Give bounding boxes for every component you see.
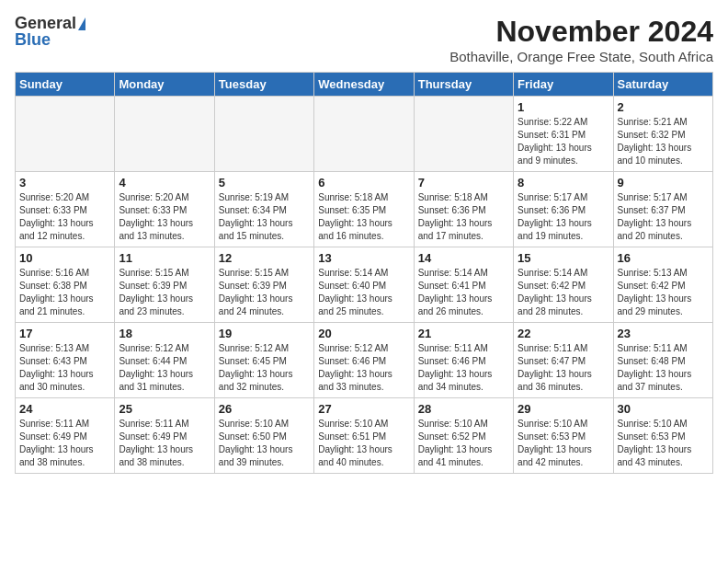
- cell-info: Sunrise: 5:10 AM Sunset: 6:53 PM Dayligh…: [618, 418, 709, 469]
- title-block: November 2024 Bothaville, Orange Free St…: [449, 15, 713, 64]
- day-number: 1: [518, 100, 609, 114]
- logo-blue-text: Blue: [15, 31, 51, 48]
- calendar-cell: 6Sunrise: 5:18 AM Sunset: 6:35 PM Daylig…: [314, 172, 414, 247]
- calendar-week-row: 10Sunrise: 5:16 AM Sunset: 6:38 PM Dayli…: [16, 247, 713, 323]
- cell-info: Sunrise: 5:19 AM Sunset: 6:34 PM Dayligh…: [219, 191, 310, 243]
- day-number: 9: [618, 176, 709, 190]
- day-number: 29: [518, 402, 609, 416]
- calendar-cell: 11Sunrise: 5:15 AM Sunset: 6:39 PM Dayli…: [115, 247, 214, 323]
- cell-info: Sunrise: 5:12 AM Sunset: 6:46 PM Dayligh…: [318, 342, 409, 394]
- calendar-cell: 22Sunrise: 5:11 AM Sunset: 6:47 PM Dayli…: [514, 323, 613, 398]
- day-number: 26: [219, 402, 310, 416]
- col-header-friday: Friday: [514, 73, 613, 97]
- logo-general-text: General: [15, 15, 85, 31]
- calendar-cell: 15Sunrise: 5:14 AM Sunset: 6:42 PM Dayli…: [514, 247, 613, 323]
- calendar-cell: 26Sunrise: 5:10 AM Sunset: 6:50 PM Dayli…: [214, 398, 313, 474]
- calendar-cell: [414, 97, 513, 172]
- day-number: 30: [618, 402, 709, 416]
- calendar-cell: 16Sunrise: 5:13 AM Sunset: 6:42 PM Dayli…: [613, 247, 712, 323]
- calendar-cell: 14Sunrise: 5:14 AM Sunset: 6:41 PM Dayli…: [414, 247, 513, 323]
- cell-info: Sunrise: 5:11 AM Sunset: 6:49 PM Dayligh…: [19, 418, 110, 469]
- day-number: 5: [219, 176, 310, 190]
- calendar-week-row: 17Sunrise: 5:13 AM Sunset: 6:43 PM Dayli…: [16, 323, 713, 398]
- calendar-week-row: 24Sunrise: 5:11 AM Sunset: 6:49 PM Dayli…: [16, 398, 713, 474]
- day-number: 18: [119, 327, 210, 340]
- calendar-cell: 8Sunrise: 5:17 AM Sunset: 6:36 PM Daylig…: [514, 172, 613, 247]
- day-number: 7: [418, 176, 509, 190]
- calendar-cell: 3Sunrise: 5:20 AM Sunset: 6:33 PM Daylig…: [16, 172, 115, 247]
- cell-info: Sunrise: 5:10 AM Sunset: 6:53 PM Dayligh…: [518, 418, 609, 469]
- calendar-cell: 13Sunrise: 5:14 AM Sunset: 6:40 PM Dayli…: [314, 247, 414, 323]
- day-number: 15: [518, 251, 609, 265]
- cell-info: Sunrise: 5:14 AM Sunset: 6:41 PM Dayligh…: [418, 267, 509, 318]
- cell-info: Sunrise: 5:18 AM Sunset: 6:36 PM Dayligh…: [418, 191, 509, 243]
- day-number: 14: [418, 251, 509, 265]
- page-header: General Blue November 2024 Bothaville, O…: [15, 15, 713, 64]
- calendar-cell: 2Sunrise: 5:21 AM Sunset: 6:32 PM Daylig…: [613, 97, 712, 172]
- cell-info: Sunrise: 5:13 AM Sunset: 6:42 PM Dayligh…: [618, 267, 709, 318]
- day-number: 6: [318, 176, 409, 190]
- calendar-cell: 7Sunrise: 5:18 AM Sunset: 6:36 PM Daylig…: [414, 172, 513, 247]
- cell-info: Sunrise: 5:12 AM Sunset: 6:44 PM Dayligh…: [119, 342, 210, 394]
- location-subtitle: Bothaville, Orange Free State, South Afr…: [449, 49, 713, 64]
- day-number: 25: [119, 402, 210, 416]
- cell-info: Sunrise: 5:16 AM Sunset: 6:38 PM Dayligh…: [19, 267, 110, 318]
- day-number: 12: [219, 251, 310, 265]
- cell-info: Sunrise: 5:11 AM Sunset: 6:47 PM Dayligh…: [518, 342, 609, 394]
- col-header-sunday: Sunday: [16, 73, 115, 97]
- cell-info: Sunrise: 5:10 AM Sunset: 6:51 PM Dayligh…: [318, 418, 409, 469]
- day-number: 10: [19, 251, 110, 265]
- cell-info: Sunrise: 5:11 AM Sunset: 6:49 PM Dayligh…: [119, 418, 210, 469]
- cell-info: Sunrise: 5:11 AM Sunset: 6:48 PM Dayligh…: [618, 342, 709, 394]
- calendar-cell: 19Sunrise: 5:12 AM Sunset: 6:45 PM Dayli…: [214, 323, 313, 398]
- calendar-cell: [16, 97, 115, 172]
- col-header-monday: Monday: [115, 73, 214, 97]
- col-header-tuesday: Tuesday: [214, 73, 313, 97]
- calendar-cell: 27Sunrise: 5:10 AM Sunset: 6:51 PM Dayli…: [314, 398, 414, 474]
- calendar-header-row: SundayMondayTuesdayWednesdayThursdayFrid…: [16, 73, 713, 97]
- day-number: 24: [19, 402, 110, 416]
- calendar-cell: [214, 97, 313, 172]
- calendar-cell: 21Sunrise: 5:11 AM Sunset: 6:46 PM Dayli…: [414, 323, 513, 398]
- calendar-table: SundayMondayTuesdayWednesdayThursdayFrid…: [15, 72, 713, 474]
- calendar-cell: 23Sunrise: 5:11 AM Sunset: 6:48 PM Dayli…: [613, 323, 712, 398]
- calendar-cell: 29Sunrise: 5:10 AM Sunset: 6:53 PM Dayli…: [514, 398, 613, 474]
- calendar-cell: 30Sunrise: 5:10 AM Sunset: 6:53 PM Dayli…: [613, 398, 712, 474]
- day-number: 27: [318, 402, 409, 416]
- cell-info: Sunrise: 5:12 AM Sunset: 6:45 PM Dayligh…: [219, 342, 310, 394]
- cell-info: Sunrise: 5:22 AM Sunset: 6:31 PM Dayligh…: [518, 116, 609, 167]
- calendar-week-row: 3Sunrise: 5:20 AM Sunset: 6:33 PM Daylig…: [16, 172, 713, 247]
- day-number: 3: [19, 176, 110, 190]
- cell-info: Sunrise: 5:10 AM Sunset: 6:52 PM Dayligh…: [418, 418, 509, 469]
- calendar-cell: 1Sunrise: 5:22 AM Sunset: 6:31 PM Daylig…: [514, 97, 613, 172]
- calendar-cell: 12Sunrise: 5:15 AM Sunset: 6:39 PM Dayli…: [214, 247, 313, 323]
- day-number: 20: [318, 327, 409, 340]
- calendar-week-row: 1Sunrise: 5:22 AM Sunset: 6:31 PM Daylig…: [16, 97, 713, 172]
- col-header-wednesday: Wednesday: [314, 73, 414, 97]
- logo: General Blue: [15, 15, 85, 48]
- calendar-cell: 17Sunrise: 5:13 AM Sunset: 6:43 PM Dayli…: [16, 323, 115, 398]
- day-number: 2: [618, 100, 709, 114]
- calendar-cell: [314, 97, 414, 172]
- cell-info: Sunrise: 5:13 AM Sunset: 6:43 PM Dayligh…: [19, 342, 110, 394]
- month-title: November 2024: [449, 15, 713, 49]
- day-number: 28: [418, 402, 509, 416]
- day-number: 19: [219, 327, 310, 340]
- calendar-cell: 4Sunrise: 5:20 AM Sunset: 6:33 PM Daylig…: [115, 172, 214, 247]
- day-number: 8: [518, 176, 609, 190]
- cell-info: Sunrise: 5:15 AM Sunset: 6:39 PM Dayligh…: [219, 267, 310, 318]
- day-number: 4: [119, 176, 210, 190]
- calendar-cell: 5Sunrise: 5:19 AM Sunset: 6:34 PM Daylig…: [214, 172, 313, 247]
- calendar-cell: 20Sunrise: 5:12 AM Sunset: 6:46 PM Dayli…: [314, 323, 414, 398]
- day-number: 16: [618, 251, 709, 265]
- cell-info: Sunrise: 5:18 AM Sunset: 6:35 PM Dayligh…: [318, 191, 409, 243]
- cell-info: Sunrise: 5:20 AM Sunset: 6:33 PM Dayligh…: [19, 191, 110, 243]
- col-header-thursday: Thursday: [414, 73, 513, 97]
- day-number: 11: [119, 251, 210, 265]
- calendar-cell: 9Sunrise: 5:17 AM Sunset: 6:37 PM Daylig…: [613, 172, 712, 247]
- calendar-cell: 24Sunrise: 5:11 AM Sunset: 6:49 PM Dayli…: [16, 398, 115, 474]
- cell-info: Sunrise: 5:11 AM Sunset: 6:46 PM Dayligh…: [418, 342, 509, 394]
- day-number: 22: [518, 327, 609, 340]
- cell-info: Sunrise: 5:17 AM Sunset: 6:37 PM Dayligh…: [618, 191, 709, 243]
- day-number: 23: [618, 327, 709, 340]
